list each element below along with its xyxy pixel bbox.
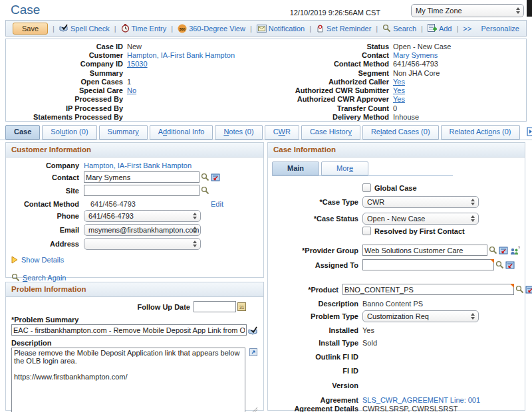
company-link[interactable]: Hampton, IA-First Bank Hampton [84, 161, 192, 169]
provider-group-detail-button[interactable] [499, 247, 508, 255]
installed-value: Yes [362, 326, 374, 334]
assigned-to-lookup-button[interactable] [495, 260, 504, 269]
special-care-link[interactable]: No [127, 86, 260, 94]
contact-detail-button[interactable] [211, 173, 220, 181]
tab-more[interactable]: More [321, 161, 368, 175]
show-details-label: Show Details [21, 256, 64, 264]
authorized-caller-link[interactable]: Yes [393, 78, 523, 86]
search-again-link[interactable]: Search Again [11, 273, 259, 282]
follow-up-date-label: Follow Up Date [138, 303, 190, 311]
resolved-first-contact-checkbox[interactable] [362, 227, 371, 235]
stopwatch-icon [121, 24, 130, 33]
contact-link[interactable]: Mary Symens [393, 51, 523, 59]
description-textarea[interactable]: Please remove the Mobile Deposit Applica… [11, 348, 245, 412]
toolbar-more-button[interactable]: >> [463, 25, 471, 33]
save-button[interactable]: Save [13, 23, 48, 35]
contact-method-value: 641/456-4793 [393, 60, 523, 68]
field-label: Special Care [10, 86, 123, 94]
phone-label: Phone [10, 212, 79, 220]
site-lookup-button[interactable] [201, 186, 209, 195]
customer-link[interactable]: Hampton, IA-First Bank Hampton [127, 51, 260, 59]
panel-title: Problem Information [6, 282, 263, 297]
authorized-cwr-submitter-link[interactable]: Yes [393, 86, 523, 94]
email-select[interactable]: msymens@firstbankhampton.com [84, 224, 201, 236]
provider-group-label: *Provider Group [272, 247, 358, 255]
tab-scroll-right-button[interactable] [525, 127, 532, 138]
address-select[interactable] [84, 238, 201, 250]
tab-related-actions[interactable]: Related Actions (0) [441, 125, 520, 140]
view-360-button[interactable]: 360 360-Degree View [178, 24, 245, 33]
site-input[interactable] [84, 185, 200, 196]
separator: | [171, 25, 173, 33]
description-expand-button[interactable] [249, 348, 257, 358]
summary-left-column: Case IDNew CustomerHampton, IA-First Ban… [10, 42, 260, 122]
set-reminder-button[interactable]: Set Reminder [316, 24, 371, 33]
product-field [342, 284, 514, 295]
add-button[interactable]: Add [428, 24, 452, 33]
tab-additional-info[interactable]: Additional Info [150, 125, 213, 140]
notification-button[interactable]: Notification [257, 25, 305, 33]
company-id-link[interactable]: 15030 [127, 60, 260, 68]
separator: | [376, 25, 378, 33]
search-icon [201, 186, 209, 195]
case-type-select[interactable]: CWR [362, 196, 479, 208]
field-label: Contact [271, 51, 389, 59]
authorized-cwr-approver-link[interactable]: Yes [393, 95, 523, 103]
field-label: Segment [271, 69, 389, 77]
product-lookup-button[interactable] [515, 285, 524, 294]
group-icon: ? [509, 246, 520, 255]
product-detail-button[interactable] [525, 286, 532, 294]
panel-title: Customer Information [6, 143, 263, 157]
tab-notes[interactable]: Notes (0) [215, 125, 262, 140]
tab-solution[interactable]: Solution (0) [42, 125, 96, 140]
spell-check-button[interactable]: Spell Check [59, 24, 110, 33]
search-button[interactable]: Search [382, 24, 416, 33]
product-input[interactable] [342, 284, 514, 295]
personalize-link[interactable]: Personalize [481, 25, 519, 33]
transfer-icon [499, 247, 508, 255]
calendar-button[interactable]: 31 [237, 302, 246, 311]
tab-main[interactable]: Main [272, 161, 319, 175]
customer-information-panel: Customer Information Company Hampton, IA… [5, 142, 264, 278]
global-case-checkbox[interactable] [362, 183, 371, 192]
tab-summary[interactable]: Summary [99, 125, 148, 140]
global-case-label: Global Case [374, 184, 417, 192]
separator: | [456, 25, 458, 33]
transfer-icon [525, 286, 532, 294]
follow-up-date-input[interactable] [194, 301, 236, 312]
provider-group-members-button[interactable]: ? [509, 246, 520, 255]
phone-select[interactable]: 641/456-4793 [84, 210, 201, 222]
assigned-to-input[interactable] [362, 259, 494, 270]
fi-id-label: FI ID [272, 367, 358, 375]
tab-cwr[interactable]: CWR [265, 125, 299, 140]
provider-group-input[interactable] [362, 245, 487, 256]
resize-handle[interactable] [252, 406, 257, 412]
provider-group-lookup-button[interactable] [489, 246, 497, 255]
contact-lookup-button[interactable] [201, 173, 209, 181]
assigned-to-detail-button[interactable] [505, 261, 515, 269]
contact-input[interactable] [84, 171, 200, 183]
page-title: Case [11, 3, 40, 17]
select-stepper-icon [193, 213, 197, 219]
summary-spellcheck-button[interactable] [248, 326, 258, 336]
tab-case-history[interactable]: Case History [301, 125, 360, 140]
expand-triangle-icon [11, 256, 18, 264]
timezone-select[interactable]: My Time Zone [411, 4, 524, 17]
agreement-link[interactable]: SLS_CWR_AGREEMENT Line: 001 [362, 396, 480, 404]
open-cases-value: 1 [127, 78, 260, 86]
problem-type-select[interactable]: Customization Req [362, 310, 479, 322]
case-status-select[interactable]: Open - New Case [362, 213, 479, 225]
product-label: *Product [272, 286, 338, 294]
email-label: Email [10, 226, 79, 234]
time-entry-button[interactable]: Time Entry [121, 24, 167, 33]
search-icon [515, 285, 524, 294]
field-label: Transfer Count [271, 104, 389, 112]
problem-type-label: Problem Type [272, 312, 358, 320]
problem-summary-input[interactable] [11, 324, 247, 336]
show-details-toggle[interactable]: Show Details [11, 256, 259, 264]
360-icon: 360 [178, 24, 187, 33]
tab-case[interactable]: Case [5, 125, 40, 140]
field-label: Delivery Method [271, 113, 389, 121]
tab-related-cases[interactable]: Related Cases (0) [362, 125, 439, 140]
edit-link[interactable]: Edit [211, 200, 223, 208]
